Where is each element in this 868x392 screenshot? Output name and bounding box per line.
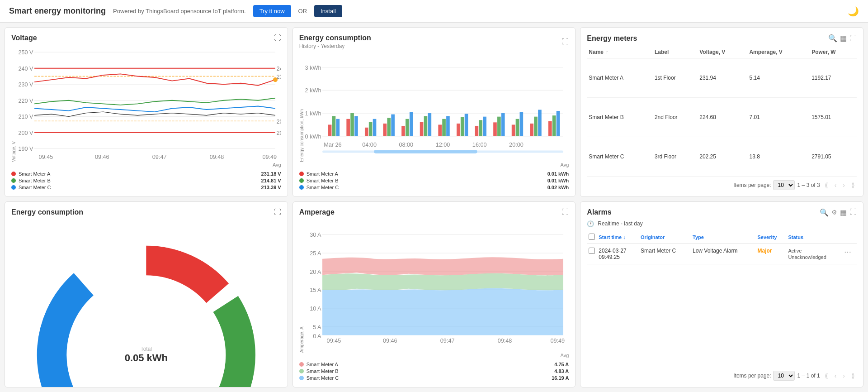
or-label: OR (298, 8, 307, 14)
search-icon-alarms[interactable]: 🔍 (820, 208, 829, 217)
alarm-severity: Major (756, 244, 787, 264)
svg-text:205 V: 205 V (277, 119, 281, 125)
amperage-card: Amperage ⛶ Amperage, A 30 A 25 A (292, 201, 576, 387)
alarm-status-text: ActiveUnacknowledged (788, 248, 826, 260)
last-page-btn[interactable]: ⟫ (849, 181, 857, 190)
voltage-y-label: Voltage, V (11, 46, 16, 162)
items-per-page-select[interactable]: 10 25 50 (773, 180, 795, 190)
energy-consumption-top-title: Energy consumption (299, 34, 371, 42)
meters-table: Name ↑ Label Voltage, V Amperage, V Powe… (587, 46, 857, 177)
svg-rect-71 (538, 110, 542, 136)
energy-consumption-top-card: Energy consumption History - Yesterday ⛶… (292, 27, 576, 197)
svg-text:09:48: 09:48 (497, 338, 512, 344)
svg-rect-67 (515, 119, 519, 136)
svg-text:09:47: 09:47 (152, 154, 167, 160)
energy-meters-header: Energy meters 🔍 ▦ ⛶ (587, 34, 857, 43)
meters-pagination-text: 1 – 3 of 3 (797, 182, 820, 188)
svg-rect-53 (428, 113, 431, 136)
alarms-items-per-page-select[interactable]: 10 25 50 (773, 371, 795, 381)
dark-mode-icon[interactable]: 🌙 (848, 6, 859, 17)
ec-top-dot-a (299, 172, 304, 176)
severity-badge: Major (758, 248, 772, 254)
svg-rect-73 (552, 115, 556, 136)
svg-text:5 A: 5 A (313, 324, 321, 330)
amp-dot-b (299, 369, 304, 373)
col-status[interactable]: Status (786, 231, 842, 244)
svg-rect-44 (373, 119, 376, 136)
alarms-card: Alarms 🔍 ⚙ ▦ ⛶ 🕐 Realtime - last day Sta… (580, 201, 863, 387)
col-type[interactable]: Type (691, 231, 756, 244)
alarm-checkbox-1[interactable] (589, 248, 595, 254)
col-start-time[interactable]: Start time ↓ (597, 231, 639, 244)
svg-rect-74 (556, 111, 560, 136)
ec-top-dot-c (299, 185, 304, 190)
row-voltage-c: 202.25 (698, 137, 747, 176)
col-checkbox-header (587, 231, 597, 244)
svg-text:210 V: 210 V (18, 114, 33, 120)
topbar: Smart energy monitoring Powered by Thing… (0, 0, 868, 23)
expand-icon[interactable]: ⛶ (274, 34, 281, 42)
svg-text:240 V: 240 V (18, 66, 33, 72)
sort-arrow-name[interactable]: ↑ (606, 50, 608, 55)
svg-rect-51 (420, 122, 423, 136)
filter-icon-alarms[interactable]: ⚙ (831, 209, 837, 216)
amp-value-a: 4.75 A (554, 362, 569, 367)
voltage-card-icons: ⛶ (274, 34, 281, 42)
items-per-page-label: Items per page: (733, 182, 771, 188)
col-severity[interactable]: Severity (756, 231, 787, 244)
col-originator[interactable]: Originator (639, 231, 691, 244)
expand-icon-amperage[interactable]: ⛶ (561, 208, 569, 216)
columns-icon-meters[interactable]: ▦ (840, 34, 847, 43)
first-page-btn[interactable]: ⟪ (823, 181, 830, 190)
expand-icon-alarms[interactable]: ⛶ (849, 208, 857, 216)
svg-rect-63 (493, 122, 497, 136)
meters-items-per-page: Items per page: 10 25 50 (733, 180, 794, 190)
alarm-menu-button[interactable]: ⋯ (844, 248, 851, 256)
svg-text:0.02 kWh: 0.02 kWh (305, 87, 321, 94)
alarms-prev-page-btn[interactable]: ‹ (833, 371, 839, 380)
next-page-btn[interactable]: › (841, 181, 847, 190)
svg-rect-58 (461, 117, 464, 136)
alarms-last-page-btn[interactable]: ⟫ (849, 371, 857, 380)
amperage-y-label: Amperage, A (299, 220, 304, 353)
col-label: Label (653, 46, 698, 58)
expand-icon-ec-top[interactable]: ⛶ (561, 38, 569, 46)
expand-icon-ec-bottom[interactable]: ⛶ (274, 208, 281, 216)
voltage-chart-wrapper: Voltage, V 250 V 240 V 230 V 220 V (11, 46, 281, 162)
ec-top-name-b: Smart Meter B (307, 178, 339, 183)
expand-icon-meters[interactable]: ⛶ (849, 34, 857, 43)
donut-total-label: Total (125, 346, 168, 352)
table-row: Smart Meter B 2nd Floor 224.68 7.01 1575… (587, 97, 857, 137)
legend-name-a: Smart Meter A (19, 171, 50, 177)
row-voltage-b: 224.68 (698, 97, 747, 137)
row-label-b: 2nd Floor (653, 97, 698, 137)
amp-dot-c (299, 376, 304, 380)
svg-text:08:00: 08:00 (399, 142, 413, 148)
row-amperage-c: 13.8 (747, 137, 810, 176)
legend-name-c: Smart Meter C (19, 185, 51, 190)
legend-dot-a (11, 172, 16, 176)
row-name-c: Smart Meter C (587, 137, 653, 176)
alarms-realtime-row: 🕐 Realtime - last day (587, 220, 857, 227)
prev-page-btn[interactable]: ‹ (833, 181, 839, 190)
svg-text:09:49: 09:49 (262, 154, 277, 160)
select-all-checkbox[interactable] (589, 234, 595, 240)
alarms-first-page-btn[interactable]: ⟪ (823, 371, 830, 380)
alarms-realtime-label: Realtime - last day (598, 220, 642, 227)
ec-top-value-c: 0.02 kWh (547, 185, 569, 190)
svg-rect-64 (497, 117, 501, 136)
columns-icon-alarms[interactable]: ▦ (840, 208, 847, 217)
search-icon-meters[interactable]: 🔍 (828, 34, 837, 43)
alarms-next-page-btn[interactable]: › (841, 371, 847, 380)
svg-text:20 A: 20 A (310, 268, 321, 275)
table-row: Smart Meter C 3rd Floor 202.25 13.8 2791… (587, 137, 857, 176)
svg-rect-56 (446, 116, 450, 136)
energy-consumption-top-wrapper: Energy consumption, kWh 0.03 kWh 0.02 kW… (299, 53, 569, 162)
row-label-c: 3rd Floor (653, 137, 698, 176)
svg-rect-68 (519, 112, 523, 136)
svg-rect-37 (332, 116, 335, 136)
alarms-table-header-row: Start time ↓ Originator Type Severity St… (587, 231, 857, 244)
try-it-now-button[interactable]: Try it now (253, 5, 291, 17)
svg-rect-48 (401, 126, 405, 136)
install-button[interactable]: Install (314, 5, 342, 17)
